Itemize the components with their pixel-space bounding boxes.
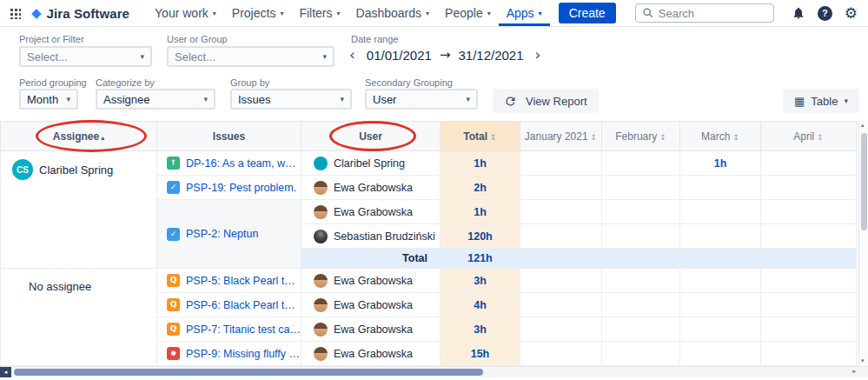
- view-report-label: View Report: [526, 95, 587, 108]
- period-grouping-label: Period grouping: [19, 77, 87, 88]
- help-icon[interactable]: ?: [818, 6, 832, 21]
- month-cell: [602, 317, 680, 342]
- total-cell: 15h: [441, 342, 520, 366]
- nav-item-apps[interactable]: Apps ▾: [499, 0, 550, 26]
- chevron-down-icon: ▾: [539, 10, 542, 17]
- chevron-down-icon: ▾: [337, 10, 341, 17]
- search-box: [635, 3, 774, 23]
- chevron-down-icon: ▾: [280, 10, 283, 17]
- scroll-right-icon[interactable]: ▸: [852, 369, 856, 375]
- table-row: CS Claribel Spring ↑ DP-16: As a team, w…: [1, 151, 857, 176]
- gear-icon[interactable]: ⚙: [845, 6, 858, 21]
- create-button[interactable]: Create: [559, 3, 616, 23]
- nav-item-projects[interactable]: Projects ▾: [224, 0, 292, 26]
- report-toolbar: Project or Filter Select... ▾ User or Gr…: [0, 26, 868, 121]
- total-cell: 3h: [441, 317, 520, 342]
- user-group-select[interactable]: Select... ▾: [167, 46, 335, 67]
- jira-logo-icon: ◆: [31, 7, 42, 20]
- jira-logo[interactable]: ◆ Jira Software: [31, 6, 129, 21]
- horizontal-scrollbar[interactable]: ◂ ▸: [0, 366, 868, 377]
- nav-icon-group: ? ⚙: [792, 6, 858, 21]
- issue-link[interactable]: DP-16: As a team, we c...: [186, 157, 301, 170]
- bug-icon: ●: [167, 347, 180, 360]
- nav-item-label: Dashboards: [356, 6, 422, 20]
- issue-link[interactable]: PSP-5: Black Pearl test ...: [186, 275, 301, 287]
- month-cell: [680, 224, 761, 249]
- column-header-assignee[interactable]: Assignee▴: [1, 122, 157, 151]
- column-header-february[interactable]: February↕: [602, 122, 680, 151]
- assignee-group-cell: No assignee: [1, 269, 157, 366]
- subtotal-value: 121h: [441, 249, 520, 269]
- month-cell: [520, 293, 602, 317]
- sort-icon: ↕: [732, 133, 739, 142]
- month-cell: [680, 317, 761, 342]
- secondary-grouping-select[interactable]: User ▾: [365, 89, 478, 110]
- vertical-scrollbar[interactable]: ▴ ▾: [858, 121, 868, 366]
- user-cell: Ewa Grabowska: [301, 293, 441, 317]
- table-header-row: Assignee▴ Issues User Total↕ January 202…: [1, 122, 857, 151]
- issue-link[interactable]: PSP-6: Black Pearl test ...: [186, 299, 301, 311]
- user-name: Ewa Grabowska: [334, 323, 413, 336]
- next-period-icon[interactable]: ›: [532, 48, 545, 63]
- avatar: [314, 347, 328, 361]
- sort-icon: ↕: [591, 133, 598, 142]
- group-by-select[interactable]: Issues ▾: [230, 89, 352, 110]
- user-cell: Sebastian Brudziński: [301, 224, 441, 249]
- month-cell: [761, 151, 857, 176]
- scroll-down-icon[interactable]: ▾: [861, 358, 865, 364]
- scroll-left-icon[interactable]: ◂: [0, 367, 11, 377]
- avatar: [314, 205, 328, 219]
- month-cell: [761, 249, 857, 269]
- app-switcher-icon[interactable]: [10, 8, 21, 19]
- column-header-january[interactable]: January 2021↕: [520, 122, 602, 151]
- column-label: February: [615, 130, 657, 143]
- notifications-icon[interactable]: [792, 6, 805, 20]
- avatar: [314, 181, 328, 195]
- table-row: No assignee Q PSP-5: Black Pearl test ..…: [1, 269, 857, 293]
- month-cell: [520, 176, 602, 200]
- story-icon: ↑: [167, 157, 180, 170]
- issue-link[interactable]: PSP-2: Neptun: [186, 228, 258, 240]
- column-header-issues[interactable]: Issues: [157, 122, 301, 151]
- sort-asc-icon: ▴: [101, 134, 104, 142]
- previous-period-icon[interactable]: ‹: [346, 48, 359, 63]
- chevron-down-icon: ▾: [203, 96, 208, 103]
- secondary-grouping-label: Secondary Grouping: [365, 77, 453, 88]
- view-mode-button[interactable]: ▦ Table ▾: [783, 89, 859, 113]
- project-filter-value: Select...: [27, 50, 68, 63]
- column-label: April: [793, 130, 814, 143]
- nav-item-people[interactable]: People ▾: [437, 0, 499, 26]
- month-cell: [680, 176, 761, 200]
- nav-item-filters[interactable]: Filters ▾: [291, 0, 348, 26]
- horizontal-scrollbar-thumb[interactable]: [14, 369, 483, 376]
- period-grouping-select[interactable]: Month ▾: [19, 89, 78, 110]
- column-header-march[interactable]: March↕: [680, 122, 761, 151]
- nav-item-dashboards[interactable]: Dashboards ▾: [348, 0, 438, 26]
- column-header-april[interactable]: April↕: [761, 122, 857, 151]
- refresh-icon[interactable]: [504, 95, 517, 108]
- project-filter-select[interactable]: Select... ▾: [19, 46, 152, 67]
- month-cell: [602, 342, 680, 366]
- nav-item-your-work[interactable]: Your work ▾: [147, 0, 224, 26]
- search-input[interactable]: [635, 3, 774, 23]
- scroll-up-icon[interactable]: ▴: [861, 123, 865, 129]
- vertical-scrollbar-thumb[interactable]: [861, 133, 867, 230]
- user-name: Ewa Grabowska: [334, 348, 413, 360]
- categorize-by-label: Categorize by: [96, 77, 155, 88]
- issue-link[interactable]: PSP-19: Pest problem.: [186, 182, 296, 194]
- total-cell: 2h: [441, 176, 520, 200]
- issue-link[interactable]: PSP-9: Missing fluffy pil...: [186, 348, 301, 360]
- month-cell: [602, 224, 680, 249]
- issue-link[interactable]: PSP-7: Titanic test case: [186, 323, 301, 336]
- categorize-by-select[interactable]: Assignee ▾: [96, 89, 215, 110]
- month-cell: [520, 151, 602, 176]
- view-report-button[interactable]: View Report: [493, 89, 599, 113]
- month-cell: [520, 269, 602, 293]
- issue-cell: Q PSP-7: Titanic test case: [157, 317, 301, 342]
- date-to[interactable]: 31/12/2021: [458, 48, 523, 63]
- date-from[interactable]: 01/01/2021: [367, 48, 432, 63]
- month-cell: [680, 249, 761, 269]
- column-header-total[interactable]: Total↕: [441, 122, 520, 151]
- subtotal-label: Total: [301, 249, 441, 269]
- column-header-user[interactable]: User: [301, 122, 441, 151]
